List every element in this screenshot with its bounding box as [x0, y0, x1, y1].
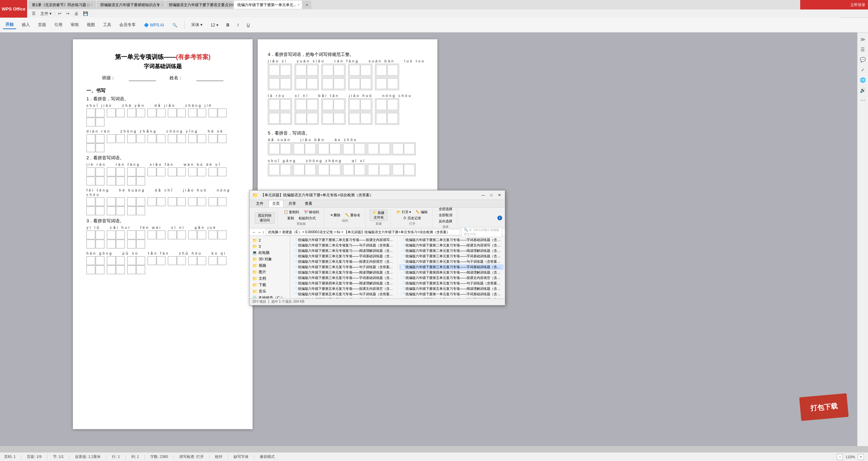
fm-file-2[interactable]: 📄 统编版六年级下册第二单元专项复习——句子训练题（含答案）.docx: [292, 243, 396, 248]
ribbon-delete-btn[interactable]: ✕ 删除: [328, 213, 343, 218]
tab-new[interactable]: +: [302, 1, 311, 9]
ribbon-select-all-btn[interactable]: 全部选择: [437, 206, 454, 212]
sidebar-translate-icon[interactable]: 🌐: [859, 76, 867, 84]
fm-close-button[interactable]: ✕: [497, 193, 502, 198]
name-field[interactable]: [196, 75, 223, 81]
fm-file-9[interactable]: 📄 统编版六年级下册第四单元复习专项——阅读理解训练题（含答案+详细解析）.do…: [292, 281, 396, 286]
fm-file-r4[interactable]: 📄 统编版六年级下册第三单元复习专项——字词基础训练题（含答案）.docx: [399, 254, 504, 259]
zoom-in-button[interactable]: +: [858, 454, 864, 460]
fm-file-r5[interactable]: 📄 统编版六年级下册第三单元复习专项——句子训练题（含答案+详细解析）.docx: [399, 259, 504, 264]
fm-file-1[interactable]: 📄 统编版六年级下册下册第二单元复习专项——按课文内容填写（含答案）.docx: [292, 237, 396, 243]
toolbar-italic[interactable]: I: [235, 22, 241, 28]
ribbon-history-btn[interactable]: ⏱ 历史记录: [401, 216, 423, 221]
fm-file-r1[interactable]: 📄 统编版六年级下册第二单元复习专项——字词基础训练题（含答案+详细解析）.do…: [399, 237, 504, 243]
fm-maximize-button[interactable]: □: [489, 193, 494, 198]
ribbon-invert-btn[interactable]: 反向选择: [437, 219, 454, 224]
class-field[interactable]: [129, 75, 156, 81]
ribbon-select-none-btn[interactable]: 全部取消: [437, 213, 454, 218]
fm-file-r2[interactable]: 📄 统编版六年级下册第二单元复习专项——按课文内容填写（含答案）.docx: [399, 243, 504, 248]
menu-undo[interactable]: ↩: [56, 11, 63, 17]
fm-file-r12[interactable]: 📄 统编版六年级下册第一单元复习专项——阅读理解训练题（含答案+详细解析）.do…: [399, 297, 504, 298]
fm-sidebar-3[interactable]: 📁 3: [251, 243, 289, 249]
fm-file-12[interactable]: 📄 统编版六年级下册第五单元复习专项——阅读理解训练题（含答案+详细解析）.do…: [292, 297, 396, 298]
fm-file-7[interactable]: 📄 统编版六年级下册第三单元复习专项——阅读理解训练题（含答案+详细解析）.do…: [292, 270, 396, 275]
sidebar-expand-icon[interactable]: ≫: [859, 35, 867, 43]
tab-4[interactable]: 统编六年级下册下册第一单元单元... ×: [234, 1, 302, 9]
tab-4-close[interactable]: ×: [298, 3, 300, 7]
fm-sidebar-video[interactable]: 📁 视频: [251, 262, 289, 269]
tab-1[interactable]: 第1课《北京的春节》同步练习题 □ ×: [28, 1, 96, 9]
zoom-out-button[interactable]: −: [837, 454, 843, 460]
toolbar-tab-insert[interactable]: 插入: [19, 21, 33, 29]
toolbar-tab-home[interactable]: 开始: [3, 21, 16, 29]
toolbar-tab-reference[interactable]: 引用: [52, 21, 65, 29]
fm-file-r8[interactable]: 📄 统编版六年级下册第五单元复习专项——按课文内容填空（含答案+详细解析）.do…: [399, 275, 504, 281]
fm-sidebar-c[interactable]: 💿 本地磁盘（C:）: [251, 295, 289, 298]
toolbar-tab-tools[interactable]: 工具: [100, 21, 114, 29]
tab-3[interactable]: 部编版语文六年级下册下册语文要点分析 ×: [165, 1, 233, 9]
ribbon-new-folder-btn[interactable]: 📁 新建文件夹: [370, 209, 388, 221]
fm-back-btn[interactable]: ←: [252, 230, 256, 234]
fm-tab-home[interactable]: 主页: [269, 200, 283, 207]
menu-print[interactable]: 🖨: [72, 11, 80, 17]
tab-2-close[interactable]: ×: [161, 3, 163, 7]
fm-file-r7[interactable]: 📄 统编版六年级下册第四单元复习专项——阅读理解训练题（含答案+详细解析）.do…: [399, 270, 504, 275]
fm-file-r10[interactable]: 📄 统编版六年级下册第五单元复习专项——阅读理解训练题（含答案+详细解析）.do…: [399, 286, 504, 292]
fm-file-r11[interactable]: 📄 统编版六年级下册第一单元复习专项——字词基础训练题（含答案）.docx: [399, 292, 504, 297]
ribbon-move-btn[interactable]: ✂️ 移动到: [302, 209, 321, 215]
tab-2[interactable]: 部编版语文六年级下册易错知识点专 ×: [97, 1, 165, 9]
sidebar-track-icon[interactable]: ✓: [859, 66, 867, 74]
ribbon-edit-btn[interactable]: ✏️ 编辑: [414, 209, 430, 215]
fm-file-5[interactable]: 📄 统编版六年级下册第三单元复习专项——按课文内容填空（含答案）.docx: [292, 259, 396, 264]
toolbar-font-name[interactable]: 宋体 ▾: [189, 21, 205, 29]
fm-search-field[interactable]: 🔍 在【单元训题】统编版语文六年...: [461, 227, 502, 237]
fm-up-btn[interactable]: ↑: [262, 230, 264, 234]
sidebar-tts-icon[interactable]: 🔊: [859, 86, 867, 94]
fm-file-r9[interactable]: 📄 统编版六年级下册第五单元复习专项——句子训练题（含答案+详细解析）.docx: [399, 281, 504, 286]
fm-tab-file[interactable]: 文件: [252, 200, 267, 207]
tab-1-close[interactable]: ×: [91, 3, 93, 7]
fm-tab-share[interactable]: 共享: [285, 200, 300, 207]
fm-file-3[interactable]: 📄 统编版六年级下册第二单元专项复习——阅读理解训练题（含答案）.docx: [292, 248, 396, 254]
fm-sidebar-3d[interactable]: 📁 3D 对象: [251, 256, 289, 262]
ribbon-copy-btn[interactable]: 📋 复制到: [282, 209, 301, 215]
sidebar-comment-icon[interactable]: 💬: [859, 56, 867, 64]
toolbar-underline[interactable]: U: [244, 22, 253, 28]
ribbon-pinned-access[interactable]: 固定到快速访问: [255, 212, 275, 224]
menu-save[interactable]: 💾: [81, 11, 90, 17]
toolbar-font-size[interactable]: 12 ▾: [208, 22, 221, 28]
fm-file-10[interactable]: 📄 统编版六年级下册第五单元复习专项——按课文内容填空（含答案+详细解析）.do…: [292, 286, 396, 292]
fm-sidebar-download[interactable]: 📁 下载: [251, 282, 289, 288]
fm-file-4[interactable]: 📄 统编版六年级下册第三单元复习专项——字词基础训练题（含答案）.docx: [292, 254, 396, 259]
fm-sidebar-pc[interactable]: 💻 此电脑: [251, 249, 289, 256]
sidebar-nav-icon[interactable]: ☰: [859, 45, 867, 54]
menu-hamburger[interactable]: ☰: [30, 11, 38, 17]
red-stamp[interactable]: 打包下载: [799, 393, 849, 421]
menu-file[interactable]: 文件 ▾: [38, 10, 54, 17]
fm-sidebar-doc[interactable]: 📁 文档: [251, 275, 289, 282]
ribbon-rename-btn[interactable]: ✏️ 重命名: [343, 213, 362, 218]
toolbar-bold[interactable]: B: [224, 22, 232, 28]
toolbar-tab-review[interactable]: 审阅: [68, 21, 81, 29]
fm-file-r6[interactable]: 📄 统编版六年级下册第三单元复习专项——字词基础训练题（含答案+详细解析）.do…: [399, 264, 504, 270]
fm-file-11[interactable]: 📄 统编版六年级下册第五单元复习专项——句子训练题（含答案+详细解析）.docx: [292, 292, 396, 297]
fm-file-r3[interactable]: 📄 统编版六年级下册第二单元复习专项——阅读理解训练题（含答案）.docx: [399, 248, 504, 254]
fm-forward-btn[interactable]: →: [257, 230, 261, 234]
toolbar-tab-view[interactable]: 视图: [84, 21, 98, 29]
ribbon-open-btn[interactable]: 📂 打开 ▾: [395, 209, 413, 215]
toolbar-tab-page[interactable]: 页面: [35, 21, 49, 29]
ribbon-copy2-btn[interactable]: 复制: [285, 216, 296, 221]
toolbar-tab-vip[interactable]: 会员专享: [117, 21, 138, 29]
fm-file-8[interactable]: 📄 统编版六年级下册第三单元复习专项——字词基础训练题（含答案+详细解析）.do…: [292, 275, 396, 281]
sidebar-more-icon[interactable]: ⋯: [859, 96, 867, 104]
toolbar-wps-ai[interactable]: 🔷 WPS AI: [141, 22, 167, 28]
fm-sidebar-pic[interactable]: 📁 图片: [251, 269, 289, 275]
toolbar-search[interactable]: 🔍: [170, 22, 180, 28]
fm-sidebar-music[interactable]: 📁 音乐: [251, 288, 289, 295]
fm-file-6[interactable]: 📄 统编版六年级下册第三单元复习专项——句子训练题（含答案+详细解析）.docx: [292, 264, 396, 270]
fm-minimize-button[interactable]: —: [480, 193, 486, 198]
fm-sidebar-2[interactable]: 📁 2: [251, 237, 289, 243]
ribbon-paste-btn[interactable]: 粘贴到方式: [297, 216, 318, 221]
fm-tab-view[interactable]: 查看: [301, 200, 316, 207]
fm-address-field[interactable]: 此电脑 > 老硬盘（E:）> 0.000001语文记笔 > 6x > 【单元训题…: [266, 229, 460, 235]
